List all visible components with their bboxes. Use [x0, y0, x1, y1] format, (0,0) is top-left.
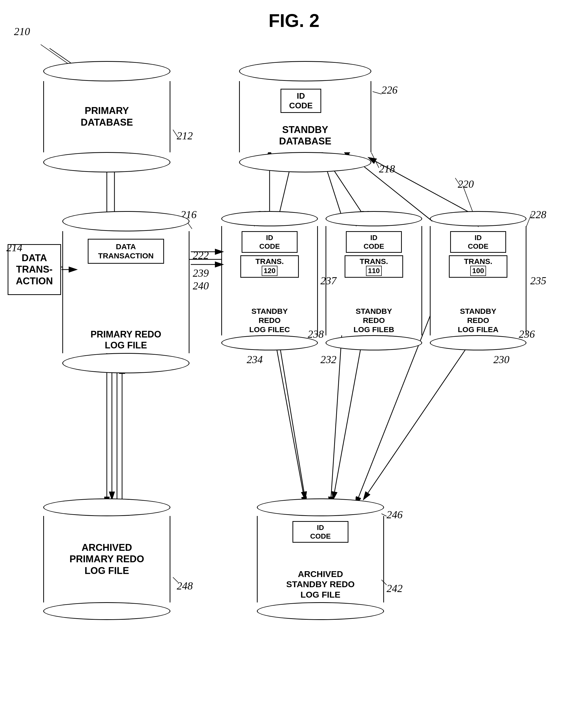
ref-222: 222: [193, 249, 209, 261]
ref-226: 226: [381, 84, 398, 96]
ref-246: 246: [386, 509, 403, 521]
svg-line-24: [280, 346, 305, 499]
archived-standby-label: ARCHIVEDSTANDBY REDOLOG FILE: [286, 569, 355, 600]
primary-database-cylinder: PRIMARY DATABASE: [43, 61, 170, 172]
ref-230: 230: [493, 354, 509, 366]
ref-212: 212: [177, 130, 193, 142]
ref-248: 248: [177, 580, 193, 592]
primary-redo-log-cylinder: DATATRANSACTION PRIMARY REDOLOG FILE: [62, 211, 189, 373]
standby-c-id-code: IDCODE: [241, 231, 298, 253]
standby-database-label: STANDBY DATABASE: [240, 124, 371, 147]
ref-237: 237: [320, 275, 336, 287]
standby-redo-a-cylinder: IDCODE TRANS.100 STANDBYREDOLOG FILEA: [430, 211, 526, 350]
standby-a-trans: TRANS.100: [449, 255, 507, 278]
standby-a-label: STANDBYREDOLOG FILEA: [458, 307, 499, 334]
ref-235: 235: [530, 275, 546, 287]
ref-218: 218: [379, 163, 395, 175]
standby-database-cylinder: ID CODE STANDBY DATABASE: [239, 61, 371, 172]
archived-primary-cylinder: ARCHIVEDPRIMARY REDOLOG FILE: [43, 498, 170, 620]
ref-240: 240: [193, 280, 209, 292]
standby-a-id-code: IDCODE: [450, 231, 506, 253]
standby-c-trans: TRANS.120: [240, 255, 299, 278]
primary-database-label: PRIMARY DATABASE: [81, 105, 133, 128]
data-transaction-label: DATA TRANS- ACTION: [16, 252, 53, 287]
ref-236: 236: [519, 328, 535, 340]
ref-242: 242: [386, 582, 403, 595]
ref-210: 210: [14, 25, 30, 38]
standby-db-id-code: ID CODE: [280, 89, 321, 113]
figure-title: FIG. 2: [269, 10, 319, 31]
svg-line-26: [364, 346, 468, 499]
standby-b-label: STANDBYREDOLOG FILEB: [354, 307, 394, 334]
standby-b-trans: TRANS.110: [344, 255, 403, 278]
standby-redo-b-cylinder: IDCODE TRANS.110 STANDBYREDOLOG FILEB: [326, 211, 422, 350]
standby-c-label: STANDBYREDOLOG FILEC: [249, 307, 290, 334]
archived-primary-label: ARCHIVEDPRIMARY REDOLOG FILE: [69, 542, 144, 577]
svg-line-32: [373, 91, 381, 94]
standby-redo-c-cylinder: IDCODE TRANS.120 STANDBYREDOLOG FILEC: [221, 211, 318, 350]
ref-239: 239: [193, 267, 209, 279]
archived-standby-cylinder: IDCODE ARCHIVEDSTANDBY REDOLOG FILE: [257, 498, 384, 620]
archived-standby-id-code: IDCODE: [292, 521, 349, 543]
ref-232: 232: [320, 354, 336, 366]
standby-b-id-code: IDCODE: [346, 231, 402, 253]
ref-220: 220: [458, 178, 474, 190]
ref-234: 234: [247, 354, 263, 366]
primary-redo-data-transaction: DATATRANSACTION: [88, 239, 164, 264]
ref-214: 214: [6, 241, 22, 254]
svg-line-31: [371, 153, 379, 168]
primary-redo-label: PRIMARY REDOLOG FILE: [90, 329, 161, 351]
svg-line-25: [333, 346, 361, 499]
ref-228a: 228: [530, 209, 546, 221]
